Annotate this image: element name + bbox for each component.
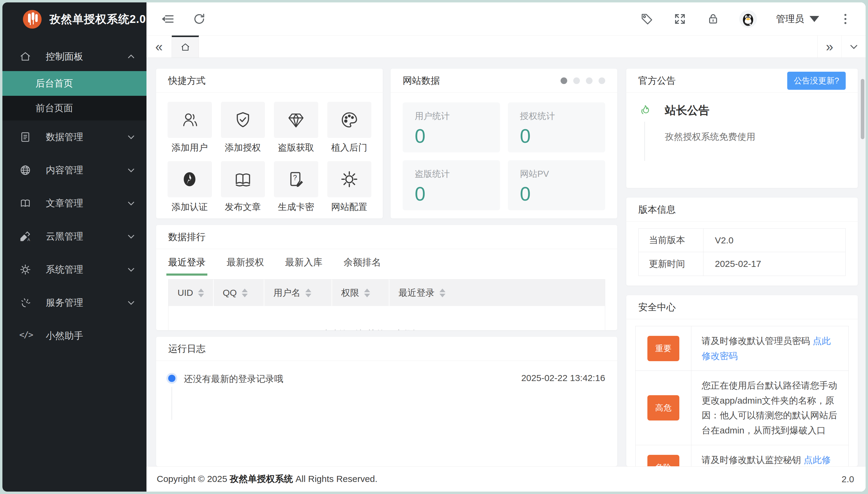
sidebar-item-label: 小然助手 <box>46 329 136 342</box>
column-header-permission[interactable]: 权限 <box>332 280 389 306</box>
status-badge: 危险 <box>647 455 679 467</box>
shortcut-add-auth[interactable]: 添加认证 <box>168 161 212 213</box>
sidebar-item-label: 系统管理 <box>46 263 127 276</box>
card-title: 官方公告 <box>638 74 676 87</box>
tag-icon[interactable] <box>640 12 654 26</box>
stat-users: 用户统计 0 <box>403 102 500 152</box>
tab-recent-login[interactable]: 最近登录 <box>168 249 206 276</box>
sidebar-item-article-management[interactable]: 文章管理 <box>2 187 146 220</box>
sort-icon[interactable] <box>439 289 445 297</box>
shortcut-piracy-capture[interactable]: 盗版获取 <box>274 102 318 154</box>
run-log-card: 运行日志 还没有最新的登录记录哦 2025-02-22 13:42:16 <box>156 337 617 466</box>
sidebar-item-data-management[interactable]: 数据管理 <box>2 120 146 154</box>
sidebar-item-content-management[interactable]: 内容管理 <box>2 154 146 187</box>
shortcut-publish-article[interactable]: 发布文章 <box>221 161 265 213</box>
card-key-icon: ? <box>287 170 305 189</box>
version-value: V2.0 <box>703 229 845 252</box>
carousel-dots <box>560 77 605 84</box>
app-window: 孜然单授权系统2.0 控制面板 后台首页 前台页面 数据管理 <box>2 2 866 492</box>
table-empty-state: 未查询到相关的用户数据ʕ ˆᴥˆ ʔ? <box>168 306 605 330</box>
refresh-icon[interactable] <box>192 12 206 26</box>
tabs-scroll-right-button[interactable]: » <box>817 36 842 58</box>
stat-value: 0 <box>520 184 593 204</box>
carousel-dot[interactable] <box>560 77 567 84</box>
avatar[interactable] <box>739 10 757 28</box>
card-title: 数据排行 <box>168 231 206 243</box>
sidebar-item-assistant[interactable]: </> 小然助手 <box>2 319 146 353</box>
column-header-username[interactable]: 用户名 <box>264 280 332 306</box>
tabs-scroll-left-button[interactable]: « <box>146 36 172 58</box>
sort-icon[interactable] <box>364 289 370 297</box>
gear-icon <box>340 170 359 189</box>
sidebar-item-service-management[interactable]: 服务管理 <box>2 286 146 319</box>
shortcut-site-config[interactable]: 网站配置 <box>327 161 372 213</box>
tab-home[interactable] <box>172 36 199 58</box>
shortcut-add-user[interactable]: 添加用户 <box>168 102 212 154</box>
column-header-qq[interactable]: QQ <box>214 280 264 306</box>
status-badge: 重要 <box>647 336 679 361</box>
chevron-down-icon <box>127 232 136 241</box>
sidebar-item-label: 内容管理 <box>46 164 127 176</box>
home-icon <box>19 51 31 63</box>
open-book-icon <box>234 170 252 189</box>
shortcut-add-license[interactable]: 添加授权 <box>221 102 265 154</box>
timeline-line <box>171 387 172 420</box>
lock-icon[interactable] <box>706 12 720 26</box>
shortcut-implant-backdoor[interactable]: 植入后门 <box>327 102 372 154</box>
gear-icon <box>19 264 31 276</box>
brush-icon: A <box>19 230 31 243</box>
footer: Copyright © 2025 孜然单授权系统 All Rights Rese… <box>146 466 866 492</box>
sort-icon[interactable] <box>305 289 311 297</box>
fullscreen-icon[interactable] <box>673 12 687 26</box>
sparkle-icon <box>19 297 31 309</box>
ranking-table: UID QQ 用户名 权限 最近登录 未查询到相关的用户数据ʕ ˆᴥˆ ʔ? <box>168 279 605 330</box>
scrollbar-thumb[interactable] <box>861 79 864 139</box>
copyright-text: Copyright © 2025 孜然单授权系统 All Rights Rese… <box>157 473 377 485</box>
sidebar-item-system-management[interactable]: 系统管理 <box>2 253 146 286</box>
log-dot-icon <box>168 375 176 382</box>
column-header-last-login[interactable]: 最近登录 <box>389 280 605 306</box>
main-area: 管理员 « » <box>146 2 866 492</box>
version-label: 当前版本 <box>639 229 703 252</box>
card-title: 网站数据 <box>403 74 440 87</box>
diamond-icon <box>287 111 305 129</box>
table-row: 高危 您正在使用后台默认路径请您手动更改app/admin文件夹的名称，原因：他… <box>635 371 848 445</box>
stat-value: 0 <box>415 184 488 204</box>
table-header-row: UID QQ 用户名 权限 最近登录 <box>168 280 605 306</box>
content: 快捷方式 添加用户 添加授权 <box>146 58 866 466</box>
update-time-label: 更新时间 <box>639 252 703 276</box>
sidebar-item-control-panel[interactable]: 控制面板 <box>2 42 146 71</box>
footer-brand: 孜然单授权系统 <box>230 474 293 484</box>
tab-latest-entry[interactable]: 最新入库 <box>285 249 322 276</box>
announcement-refresh-button[interactable]: 公告没更新? <box>787 72 846 90</box>
submenu-label: 前台页面 <box>36 102 73 114</box>
carousel-dot[interactable] <box>598 77 605 84</box>
chevron-down-icon <box>127 298 136 307</box>
announcement-body: 孜然授权系统免费使用 <box>665 131 846 143</box>
tab-balance-rank[interactable]: 余额排名 <box>344 249 381 276</box>
document-icon <box>19 131 31 143</box>
card-title: 安全中心 <box>638 301 676 314</box>
user-menu[interactable]: 管理员 <box>776 13 819 25</box>
tab-latest-license[interactable]: 最新授权 <box>227 249 264 276</box>
tabs-menu-button[interactable] <box>842 36 866 58</box>
sidebar-item-frontend-page[interactable]: 前台页面 <box>2 96 146 120</box>
chevron-down-icon <box>849 42 859 52</box>
sidebar-item-label: 云黑管理 <box>46 230 127 243</box>
carousel-dot[interactable] <box>573 77 580 84</box>
logo-icon <box>23 10 42 28</box>
chevron-down-icon <box>127 265 136 274</box>
code-icon: </> <box>19 330 31 342</box>
column-header-uid[interactable]: UID <box>168 280 214 306</box>
sidebar-item-backend-home[interactable]: 后台首页 <box>2 71 146 96</box>
sort-icon[interactable] <box>198 289 204 297</box>
sort-icon[interactable] <box>242 289 248 297</box>
kebab-menu-icon[interactable] <box>838 12 852 26</box>
security-text: 请及时修改默认监控秘钥 <box>702 455 804 465</box>
collapse-sidebar-icon[interactable] <box>161 12 175 26</box>
carousel-dot[interactable] <box>586 77 593 84</box>
update-time-value: 2025-02-17 <box>703 252 845 276</box>
shortcut-generate-card-key[interactable]: ? 生成卡密 <box>274 161 318 213</box>
sidebar-item-cloud-blacklist[interactable]: A 云黑管理 <box>2 220 146 253</box>
sidebar: 孜然单授权系统2.0 控制面板 后台首页 前台页面 数据管理 <box>2 2 146 492</box>
